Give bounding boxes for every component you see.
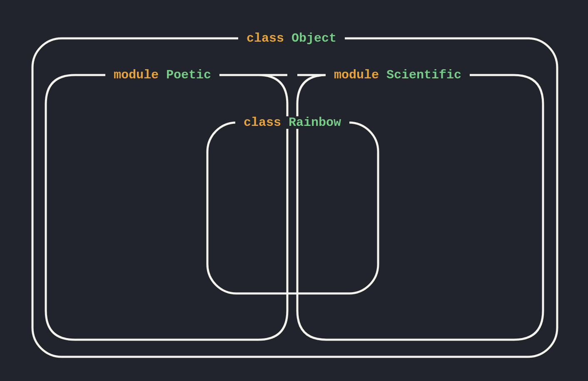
label-object: class Object (238, 32, 345, 45)
label-rainbow: class Rainbow (235, 116, 349, 129)
diagram-stage: class Object module Poetic module Scient… (0, 0, 588, 381)
box-rainbow (207, 123, 378, 293)
box-poetic (46, 75, 287, 340)
name-poetic: Poetic (166, 68, 211, 82)
keyword-class: class (247, 31, 284, 45)
box-scientific (297, 75, 543, 340)
name-rainbow: Rainbow (289, 115, 341, 130)
label-scientific: module Scientific (326, 69, 470, 81)
keyword-module: module (114, 68, 159, 82)
box-object (32, 38, 557, 357)
label-poetic: module Poetic (105, 69, 219, 81)
keyword-class: class (244, 115, 281, 130)
diagram-shapes (0, 0, 588, 381)
name-object: Object (292, 31, 336, 45)
name-scientific: Scientific (386, 68, 461, 82)
keyword-module: module (334, 68, 379, 82)
